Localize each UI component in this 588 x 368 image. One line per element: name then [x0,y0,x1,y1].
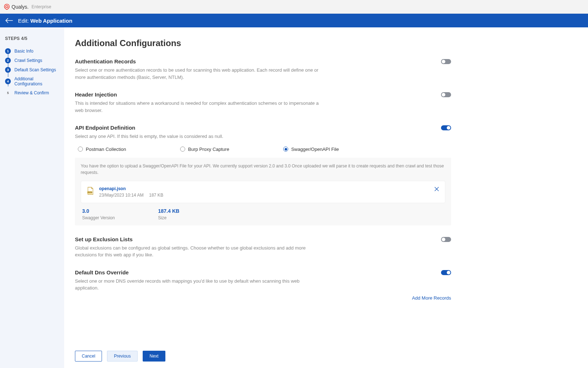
step-label: Review & Confirm [14,90,49,95]
radio-label: Postman Collection [86,147,126,152]
header-bar: Edit: Web Application [0,14,588,27]
previous-button[interactable]: Previous [107,351,138,362]
step-additional-config[interactable]: 4 Additional Configurations [5,76,59,86]
remove-file-icon[interactable] [434,186,439,193]
uploaded-file-card: JSON openapi.json 23/May/2023 10:14 AM 1… [81,181,445,203]
logo-area: Qualys. Enterprise [4,4,51,10]
section-exclusion-lists: Set up Exclusion Lists Global exclusions… [75,236,451,259]
radio-icon [283,147,288,152]
back-arrow-icon[interactable] [5,18,13,23]
header-injection-toggle[interactable] [441,92,451,97]
step-number-icon: 4 [5,78,11,84]
step-number-icon: 1 [5,48,11,54]
section-title: Authentication Records [75,58,430,64]
brand-sub: Enterprise [31,4,51,9]
section-desc: This is intended for situations where a … [75,100,320,114]
section-title: API Endpoint Definition [75,125,430,131]
svg-text:JSON: JSON [87,191,92,193]
step-label: Default Scan Settings [14,67,56,72]
step-label: Crawl Settings [14,58,42,63]
page-title: Additional Configurations [75,38,451,48]
radio-swagger[interactable]: Swagger/OpenAPI File [283,147,339,152]
section-title: Default Dns Override [75,269,430,275]
section-desc: Global exclusions can be configured as g… [75,244,320,259]
step-label: Additional Configurations [14,76,59,86]
header-title: Edit: Web Application [18,18,72,24]
header-name: Web Application [30,18,72,24]
step-review-confirm[interactable]: 5 Review & Confirm [5,90,59,96]
svg-point-0 [6,5,8,8]
section-desc: Select one or more authentication record… [75,67,320,81]
radio-burp[interactable]: Burp Proxy Capture [180,147,229,152]
step-number-icon: 2 [5,58,11,63]
stat-value: 187.4 KB [158,208,179,214]
api-upload-box: You have the option to upload a Swagger/… [75,158,451,225]
api-endpoint-toggle[interactable] [441,125,451,130]
radio-postman[interactable]: Postman Collection [78,147,126,152]
footer-actions: Cancel Previous Next [64,344,588,368]
brand-name: Qualys. [12,4,28,10]
file-date: 23/May/2023 10:14 AM [99,193,143,198]
cancel-button[interactable]: Cancel [75,351,102,362]
file-size-stat: 187.4 KB Size [158,208,179,220]
step-crawl-settings[interactable]: 2 Crawl Settings [5,58,59,63]
file-meta: 23/May/2023 10:14 AM 187 KB [99,193,429,198]
steps-counter: STEPS 4/5 [5,36,59,41]
radio-label: Burp Proxy Capture [188,147,229,152]
swagger-version-stat: 3.0 Swagger Version [82,208,115,220]
stat-label: Swagger Version [82,215,115,220]
step-label: Basic Info [14,49,34,54]
dns-override-toggle[interactable] [441,270,451,275]
step-number-icon: 5 [5,90,11,96]
stat-label: Size [158,215,179,220]
section-header-injection: Header Injection This is intended for si… [75,91,451,114]
step-number-icon: 3 [5,67,11,73]
add-more-records-link[interactable]: Add More Records [412,295,451,301]
api-note: You have the option to upload a Swagger/… [81,163,445,176]
json-file-icon: JSON [87,187,94,195]
radio-icon [78,147,83,152]
file-name: openapi.json [99,186,429,191]
exclusion-lists-toggle[interactable] [441,237,451,242]
section-title: Set up Exclusion Lists [75,236,430,242]
main-content: Additional Configurations Authentication… [64,27,588,368]
section-auth-records: Authentication Records Select one or mor… [75,58,451,81]
section-title: Header Injection [75,91,430,98]
section-desc: Select any one API. If this field is emp… [75,133,320,140]
next-button[interactable]: Next [143,351,165,362]
auth-records-toggle[interactable] [441,59,451,64]
radio-icon [180,147,185,152]
file-size-inline: 187 KB [149,193,163,198]
section-desc: Select one or more DNS override records … [75,278,320,292]
header-prefix: Edit: [18,18,29,24]
sidebar: STEPS 4/5 1 Basic Info 2 Crawl Settings … [0,27,64,368]
section-dns-override: Default Dns Override Select one or more … [75,269,451,301]
step-basic-info[interactable]: 1 Basic Info [5,48,59,54]
step-default-scan[interactable]: 3 Default Scan Settings [5,67,59,73]
stat-value: 3.0 [82,208,115,214]
qualys-logo-icon [4,4,10,10]
section-api-endpoint: API Endpoint Definition Select any one A… [75,125,451,225]
top-bar: Qualys. Enterprise [0,0,588,14]
radio-label: Swagger/OpenAPI File [291,147,339,152]
